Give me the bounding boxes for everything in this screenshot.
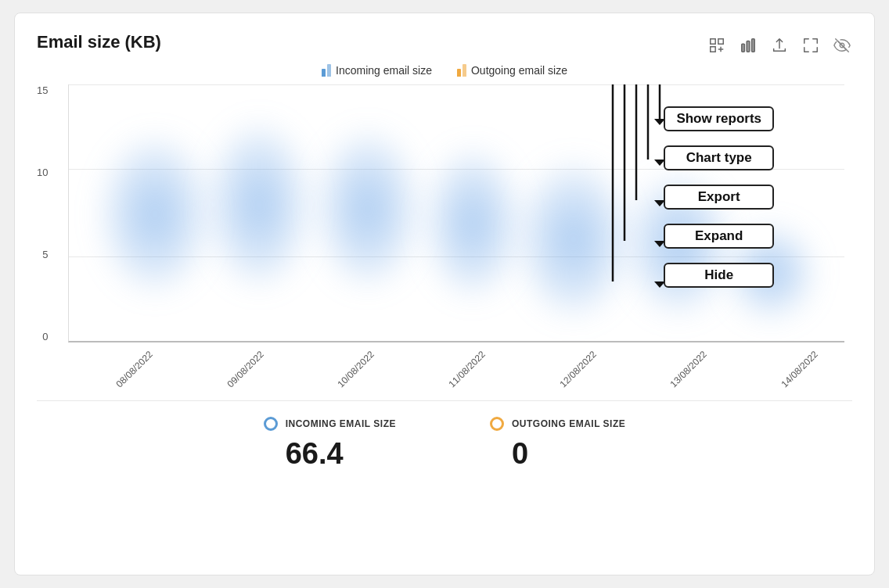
grid-line-bottom	[69, 341, 844, 342]
chart-type-icon	[740, 37, 757, 54]
incoming-bar-icon	[322, 64, 331, 77]
data-blob-1	[100, 136, 210, 292]
stats-row: INCOMING EMAIL SIZE 66.4 OUTGOING EMAIL …	[37, 400, 852, 471]
y-label-0: 0	[42, 331, 48, 342]
legend-row: Incoming email size Outgoing email size	[37, 64, 852, 77]
annotation-hide: Hide	[664, 263, 774, 288]
hide-button[interactable]	[832, 35, 852, 58]
stat-incoming: INCOMING EMAIL SIZE 66.4	[264, 417, 396, 471]
x-label-3: 10/08/2022	[336, 349, 376, 389]
svg-rect-1	[747, 41, 750, 52]
legend-incoming: Incoming email size	[322, 64, 432, 77]
legend-outgoing: Outgoing email size	[457, 64, 567, 77]
legend-outgoing-label: Outgoing email size	[471, 64, 567, 77]
header-row: Email size (KB)	[37, 32, 852, 58]
annotation-expand: Expand	[664, 224, 774, 249]
x-axis: 08/08/2022 09/08/2022 10/08/2022 11/08/2…	[68, 342, 844, 382]
chart-area: 15 10 5 0 Show reports Chart type E	[68, 84, 844, 382]
stat-incoming-label: INCOMING EMAIL SIZE	[286, 418, 396, 429]
x-label-7: 14/08/2022	[779, 349, 820, 389]
chart-type-button[interactable]	[738, 35, 758, 58]
y-label-5: 5	[42, 249, 48, 260]
stat-outgoing-header: OUTGOING EMAIL SIZE	[490, 417, 625, 431]
stat-outgoing-circle	[490, 417, 504, 431]
y-label-15: 15	[37, 84, 48, 96]
annotation-export: Export	[664, 185, 774, 210]
expand-icon	[802, 37, 819, 54]
x-label-1: 08/08/2022	[113, 349, 154, 389]
hide-icon	[833, 37, 851, 54]
chart-plot: Show reports Chart type Export Expand Hi…	[68, 84, 844, 342]
x-label-2: 09/08/2022	[225, 349, 265, 389]
outgoing-bar-icon	[457, 64, 466, 77]
show-reports-button[interactable]	[707, 35, 727, 58]
expand-button[interactable]	[801, 35, 821, 58]
show-reports-icon	[708, 37, 725, 54]
stat-incoming-header: INCOMING EMAIL SIZE	[264, 417, 396, 431]
x-label-6: 13/08/2022	[668, 349, 709, 389]
data-blob-4	[426, 149, 520, 297]
stat-incoming-circle	[264, 417, 278, 431]
annotation-show-reports: Show reports	[664, 106, 774, 131]
chart-title: Email size (KB)	[37, 32, 161, 52]
legend-incoming-label: Incoming email size	[336, 64, 432, 77]
annotation-chart-type: Chart type	[664, 145, 774, 170]
x-label-4: 11/08/2022	[447, 349, 488, 389]
annotation-group: Show reports Chart type Export Expand Hi…	[664, 106, 774, 296]
y-label-10: 10	[37, 167, 48, 178]
x-label-5: 12/08/2022	[557, 349, 598, 389]
export-button[interactable]	[769, 35, 790, 58]
y-axis: 15 10 5 0	[37, 84, 52, 342]
toolbar	[707, 35, 852, 58]
stat-outgoing: OUTGOING EMAIL SIZE 0	[490, 417, 625, 471]
stat-outgoing-value: 0	[512, 437, 528, 471]
svg-rect-2	[752, 39, 755, 52]
chart-card: Email size (KB)	[14, 13, 875, 575]
svg-rect-0	[742, 44, 745, 52]
export-icon	[771, 37, 788, 54]
stat-incoming-value: 66.4	[286, 437, 344, 471]
stat-outgoing-label: OUTGOING EMAIL SIZE	[512, 418, 625, 429]
data-blob-2	[208, 123, 310, 287]
grid-line-top	[69, 84, 844, 85]
data-blob-3	[317, 131, 419, 287]
data-blob-5	[519, 161, 628, 317]
